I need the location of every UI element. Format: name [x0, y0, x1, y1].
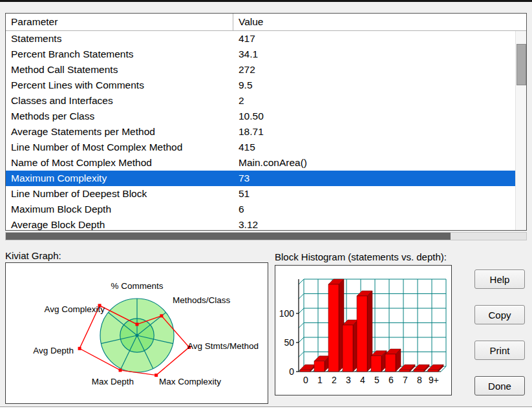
table-body: Statements417Percent Branch Statements34…: [6, 31, 526, 231]
histogram-xtick-label: 9+: [429, 375, 439, 385]
histogram-xtick-label: 1: [317, 375, 323, 385]
row-value: 51: [233, 186, 526, 202]
histogram-xtick-label: 5: [374, 375, 379, 385]
done-button[interactable]: Done: [474, 376, 525, 395]
table-row[interactable]: Line Number of Deepest Block51: [6, 186, 526, 202]
table-row[interactable]: Average Statements per Method18.71: [6, 124, 526, 140]
kiviat-axis-label: Avg Stmts/Method: [187, 341, 259, 351]
row-value: 415: [233, 140, 526, 155]
row-parameter: Percent Branch Statements: [6, 47, 233, 62]
table-header: Parameter Value: [6, 14, 526, 31]
print-button[interactable]: Print: [474, 341, 525, 360]
histogram-xtick-label: 2: [332, 375, 337, 385]
histogram-chart: 0501000123456789+: [275, 266, 451, 395]
histogram-ytick-label: 50: [284, 337, 294, 348]
kiviat-chart: % CommentsMethods/ClassAvg Stmts/MethodM…: [6, 263, 268, 403]
table-row[interactable]: Percent Lines with Comments9.5: [6, 78, 526, 93]
row-parameter: Average Statements per Method: [6, 124, 233, 140]
row-value: 6: [233, 202, 526, 217]
kiviat-axis-label: Avg Complexity: [44, 304, 105, 314]
row-parameter: Methods per Class: [6, 109, 233, 124]
histogram-label: Block Histogram (statements vs. depth):: [275, 251, 447, 262]
horizontal-scrollbar[interactable]: [5, 232, 527, 240]
row-parameter: Classes and Interfaces: [6, 93, 233, 109]
window-bottom-edge: [0, 406, 532, 411]
kiviat-panel: % CommentsMethods/ClassAvg Stmts/MethodM…: [5, 262, 268, 404]
row-parameter: Average Block Depth: [6, 217, 233, 231]
row-parameter: Statements: [6, 31, 233, 47]
table-row[interactable]: Percent Branch Statements34.1: [6, 47, 526, 62]
row-value: 10.50: [233, 109, 526, 124]
table-row[interactable]: Maximum Block Depth6: [6, 202, 526, 217]
row-value: 9.5: [233, 78, 526, 93]
row-parameter: Maximum Complexity: [6, 171, 233, 186]
parameter-table: Parameter Value Statements417Percent Bra…: [5, 13, 527, 231]
window-top-edge: [0, 0, 532, 2]
row-value: 3.12: [233, 217, 526, 231]
histogram-xtick-label: 0: [303, 375, 308, 385]
kiviat-graph-label: Kiviat Graph:: [5, 250, 61, 261]
table-row[interactable]: Average Block Depth3.12: [6, 217, 526, 231]
histogram-xtick-label: 8: [417, 375, 422, 385]
table-row[interactable]: Name of Most Complex MethodMain.conArea(…: [6, 155, 526, 171]
histogram-xtick-label: 6: [388, 375, 394, 385]
copy-button[interactable]: Copy: [474, 305, 525, 324]
vertical-scrollbar-thumb[interactable]: [516, 44, 526, 85]
row-parameter: Line Number of Deepest Block: [6, 186, 233, 202]
histogram-xtick-label: 4: [360, 375, 365, 385]
vertical-scrollbar[interactable]: [515, 31, 526, 230]
row-value: 272: [233, 62, 526, 78]
histogram-ytick-label: 0: [289, 366, 294, 377]
table-row[interactable]: Classes and Interfaces2: [6, 93, 526, 109]
row-parameter: Method Call Statements: [6, 62, 233, 78]
row-value: 34.1: [233, 47, 526, 62]
row-value: 18.71: [233, 124, 526, 140]
kiviat-axis-label: Max Depth: [92, 377, 134, 386]
row-parameter: Maximum Block Depth: [6, 202, 233, 217]
row-value: Main.conArea(): [233, 155, 526, 171]
row-parameter: Line Number of Most Complex Method: [6, 140, 233, 155]
kiviat-axis-label: Methods/Class: [173, 295, 231, 305]
row-value: 417: [233, 31, 526, 47]
histogram-xtick-label: 7: [403, 375, 408, 385]
kiviat-axis-label: Max Complexity: [159, 377, 221, 386]
kiviat-axis-label: Avg Depth: [33, 346, 74, 355]
column-header-parameter[interactable]: Parameter: [6, 14, 233, 30]
row-value: 73: [233, 171, 526, 186]
histogram-panel: 0501000123456789+: [275, 265, 452, 395]
horizontal-scrollbar-thumb[interactable]: [6, 233, 451, 240]
histogram-xtick-label: 3: [346, 375, 351, 385]
help-button[interactable]: Help: [474, 269, 525, 289]
table-row[interactable]: Statements417: [6, 31, 526, 47]
table-row[interactable]: Maximum Complexity73: [6, 171, 526, 186]
row-parameter: Percent Lines with Comments: [6, 78, 233, 93]
histogram-ytick-label: 100: [279, 308, 295, 319]
table-row[interactable]: Method Call Statements272: [6, 62, 526, 78]
column-header-value[interactable]: Value: [233, 14, 526, 30]
kiviat-axis-label: % Comments: [111, 281, 163, 291]
table-row[interactable]: Methods per Class10.50: [6, 109, 526, 124]
row-value: 2: [233, 93, 526, 109]
row-parameter: Name of Most Complex Method: [6, 155, 233, 171]
table-row[interactable]: Line Number of Most Complex Method415: [6, 140, 526, 155]
